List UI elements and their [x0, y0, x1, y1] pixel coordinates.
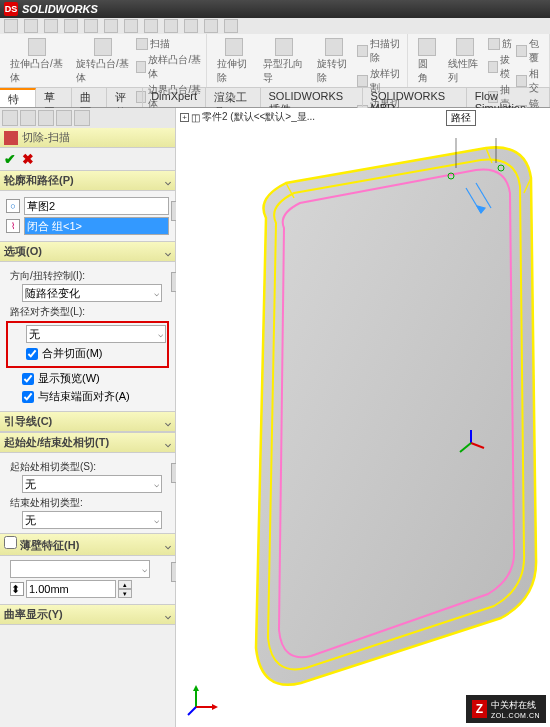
- tab-surface[interactable]: 曲面: [72, 88, 108, 107]
- dimxpert-tab[interactable]: [56, 110, 72, 126]
- twist-label: 方向/扭转控制(I):: [10, 269, 169, 283]
- display-tab[interactable]: [74, 110, 90, 126]
- start-tangent-combo[interactable]: 无: [22, 475, 162, 493]
- curvature-header[interactable]: 曲率显示(Y): [0, 604, 175, 625]
- view-triad: [186, 683, 220, 719]
- profile-icon: ○: [6, 199, 20, 213]
- qat-icon[interactable]: [144, 19, 158, 33]
- end-tangent-combo[interactable]: 无: [22, 511, 162, 529]
- tab-evaluate[interactable]: 评估: [107, 88, 143, 107]
- options-header[interactable]: 选项(O): [0, 241, 175, 262]
- ok-button[interactable]: ✔: [4, 151, 16, 167]
- thickness-icon: ⬍: [10, 582, 24, 596]
- app-logo: DS: [4, 2, 18, 16]
- qat-icon[interactable]: [164, 19, 178, 33]
- align-combo[interactable]: 无: [26, 325, 166, 343]
- qat-icon[interactable]: [4, 19, 18, 33]
- watermark-text1: 中关村在线: [491, 699, 540, 712]
- wrap-button[interactable]: 包覆: [516, 36, 545, 66]
- path-field[interactable]: [24, 217, 169, 235]
- tab-addins[interactable]: SOLIDWORKS 插件: [261, 88, 363, 107]
- spin-down[interactable]: ▾: [118, 589, 132, 598]
- qat-icon[interactable]: [124, 19, 138, 33]
- guide-header[interactable]: 引导线(C): [0, 411, 175, 432]
- graphics-viewport[interactable]: + ◫ 零件2 (默认<<默认>_显... 路径: [176, 108, 550, 727]
- origin-triad: [456, 428, 486, 460]
- quick-access-toolbar: [0, 18, 550, 34]
- manager-tabs: [0, 108, 175, 128]
- highlight-box: 无 合并切面(M): [6, 321, 169, 368]
- command-tabs: 特征 草图 曲面 评估 DimXpert 渲染工具 SOLIDWORKS 插件 …: [0, 88, 550, 108]
- sweep-cut-button[interactable]: 扫描切除: [357, 36, 403, 66]
- watermark-text2: ZOL.COM.CN: [491, 712, 540, 719]
- end-tangent-label: 结束处相切类型:: [10, 496, 169, 510]
- model-preview: [206, 138, 546, 698]
- qat-icon[interactable]: [44, 19, 58, 33]
- draft-button[interactable]: 拔模: [488, 52, 517, 82]
- watermark: Z 中关村在线 ZOL.COM.CN: [466, 695, 546, 723]
- preview-checkbox[interactable]: 显示预览(W): [22, 371, 169, 386]
- rib-button[interactable]: 筋: [488, 36, 517, 52]
- qat-icon[interactable]: [64, 19, 78, 33]
- tab-features[interactable]: 特征: [0, 88, 36, 107]
- flyout-tree[interactable]: + ◫ 零件2 (默认<<默认>_显...: [180, 110, 315, 124]
- expand-icon[interactable]: +: [180, 113, 189, 122]
- profile-field[interactable]: [24, 197, 169, 215]
- sweep-button[interactable]: 扫描: [136, 36, 202, 52]
- qat-icon[interactable]: [84, 19, 98, 33]
- title-bar: DS SOLIDWORKS: [0, 0, 550, 18]
- qat-icon[interactable]: [224, 19, 238, 33]
- property-tab[interactable]: [20, 110, 36, 126]
- profile-path-header[interactable]: 轮廓和路径(P): [0, 170, 175, 191]
- cancel-button[interactable]: ✖: [22, 151, 34, 167]
- qat-icon[interactable]: [184, 19, 198, 33]
- startend-header[interactable]: 起始处/结束处相切(T): [0, 432, 175, 453]
- svg-marker-13: [212, 704, 218, 710]
- feature-tree-tab[interactable]: [2, 110, 18, 126]
- tree-root-label: 零件2 (默认<<默认>_显...: [202, 110, 315, 124]
- property-manager: 切除-扫描 ✔ ✖ 轮廓和路径(P) ○ ⌇ 选项(O) 方向/扭转控制(I):…: [0, 108, 176, 727]
- tab-flow[interactable]: Flow Simulation: [467, 88, 550, 107]
- config-tab[interactable]: [38, 110, 54, 126]
- path-icon: ⌇: [6, 219, 20, 233]
- tab-sketch[interactable]: 草图: [36, 88, 72, 107]
- ribbon: 拉伸凸台/基体 旋转凸台/基体 扫描 放样凸台/基体 边界凸台/基体 拉伸切除 …: [0, 34, 550, 88]
- twist-combo[interactable]: 随路径变化: [22, 284, 162, 302]
- svg-line-9: [460, 443, 471, 452]
- svg-marker-11: [193, 685, 199, 691]
- tab-dimxpert[interactable]: DimXpert: [143, 88, 206, 107]
- watermark-logo: Z: [472, 700, 487, 718]
- align-end-checkbox[interactable]: 与结束端面对齐(A): [22, 389, 169, 404]
- qat-icon[interactable]: [24, 19, 38, 33]
- path-callout[interactable]: 路径: [446, 110, 476, 126]
- part-icon: ◫: [191, 112, 200, 123]
- qat-icon[interactable]: [204, 19, 218, 33]
- svg-line-8: [471, 443, 484, 448]
- align-label: 路径对齐类型(L):: [10, 305, 169, 319]
- thin-header[interactable]: 薄壁特征(H): [0, 533, 175, 556]
- svg-line-14: [188, 707, 196, 715]
- thickness-field[interactable]: [26, 580, 116, 598]
- spin-up[interactable]: ▴: [118, 580, 132, 589]
- feature-header: 切除-扫描: [0, 128, 175, 148]
- tab-mbd[interactable]: SOLIDWORKS MBD: [363, 88, 467, 107]
- loft-button[interactable]: 放样凸台/基体: [136, 52, 202, 82]
- qat-icon[interactable]: [104, 19, 118, 33]
- thin-dir-combo[interactable]: [10, 560, 150, 578]
- app-title: SOLIDWORKS: [22, 3, 98, 15]
- feature-title: 切除-扫描: [22, 130, 70, 145]
- start-tangent-label: 起始处相切类型(S):: [10, 460, 169, 474]
- tab-render[interactable]: 渲染工具: [206, 88, 261, 107]
- merge-faces-checkbox[interactable]: 合并切面(M): [26, 346, 165, 361]
- thin-checkbox[interactable]: [4, 536, 17, 549]
- cut-sweep-icon: [4, 131, 18, 145]
